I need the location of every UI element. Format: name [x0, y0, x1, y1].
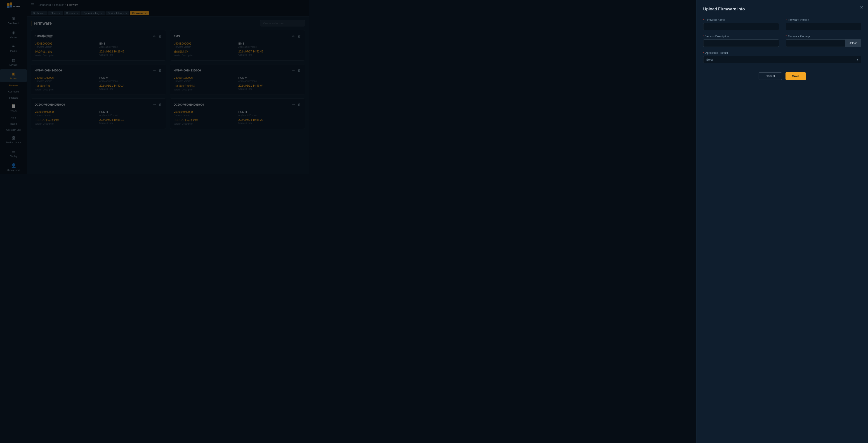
modal-overlay: Upload Firmware Info ✕ * Firmware Name *… [0, 0, 309, 174]
